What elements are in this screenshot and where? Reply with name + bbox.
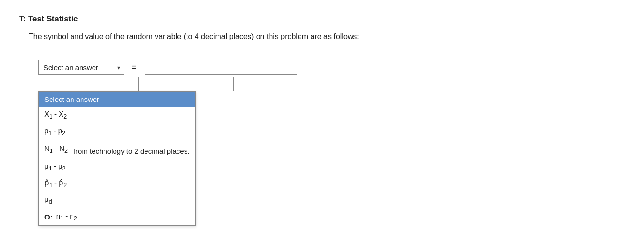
dropdown-item-mud[interactable]: μd [39, 192, 195, 209]
o-label: O: [44, 213, 52, 221]
dropdown-item-n1n2[interactable]: N1 - N2 from technology to 2 decimal pla… [39, 140, 195, 159]
section-title: T: Test Statistic [19, 14, 625, 24]
dropdown-menu: Select an answer X̅1 - X̅2 p1 - p2 N1 - … [38, 91, 196, 226]
value-input[interactable] [145, 60, 297, 75]
dropdown-item-mu1mu2[interactable]: μ1 - μ2 [39, 159, 195, 175]
dropdown-item-n1n2b-row: O: n1 - n2 [39, 209, 195, 225]
dropdown-item-select[interactable]: Select an answer [39, 92, 195, 107]
equals-sign: = [132, 62, 137, 72]
answer-dropdown-wrapper[interactable]: Select an answerX̄₁ - X̄₂p₁ - p₂N₁ - N₂μ… [38, 60, 124, 75]
description: The symbol and value of the random varia… [29, 32, 625, 41]
dropdown-item-n1n2b[interactable]: n1 - n2 [56, 212, 77, 222]
dropdown-item-phat1phat2[interactable]: p̂1 - p̂2 [39, 175, 195, 192]
dropdown-item-x1x2[interactable]: X̅1 - X̅2 [39, 107, 195, 123]
tech-note-inline: from technology to 2 decimal places. [73, 143, 189, 155]
value-input-2[interactable] [138, 77, 234, 91]
answer-select[interactable]: Select an answerX̄₁ - X̄₂p₁ - p₂N₁ - N₂μ… [38, 60, 124, 75]
dropdown-item-p1p2[interactable]: p1 - p2 [39, 123, 195, 140]
